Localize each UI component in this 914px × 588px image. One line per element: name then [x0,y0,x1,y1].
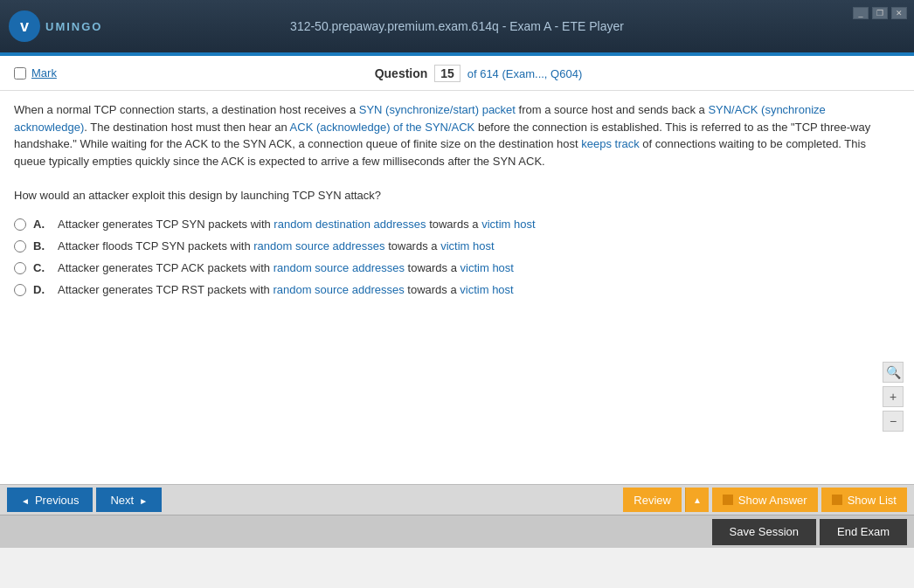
title-bar: _ ❐ ✕ v UMINGO 312-50.prepaway.premium.e… [0,0,914,52]
highlight-track: keeps track [581,137,639,150]
text-b: Attacker floods TCP SYN packets with ran… [58,239,495,252]
show-list-button[interactable]: Show List [821,488,907,512]
review-dropdown-icon [693,495,702,505]
review-button[interactable]: Review [623,488,682,512]
window-controls[interactable]: _ ❐ ✕ [853,7,907,19]
question-paragraph: When a normal TCP connection starts, a d… [14,101,900,204]
letter-b: B. [33,239,51,252]
show-answer-label: Show Answer [738,494,807,507]
option-a[interactable]: A. Attacker generates TCP SYN packets wi… [14,218,900,231]
question-num-box: 15 [434,65,460,82]
text-c: Attacker generates TCP ACK packets with … [58,261,514,274]
option-b[interactable]: B. Attacker floods TCP SYN packets with … [14,239,900,252]
show-answer-button[interactable]: Show Answer [712,488,818,512]
logo-circle: v [9,10,40,42]
question-label: Question [375,66,428,80]
option-d[interactable]: D. Attacker generates TCP RST packets wi… [14,283,900,296]
radio-b[interactable] [14,240,26,252]
next-icon [139,494,148,507]
zoom-in-button[interactable]: + [883,386,904,407]
restore-button[interactable]: ❐ [872,7,888,19]
next-label: Next [110,494,134,507]
review-dropdown-button[interactable] [685,488,709,512]
close-button[interactable]: ✕ [891,7,907,19]
mark-checkbox[interactable] [14,67,26,80]
mark-area[interactable]: Mark [14,66,57,80]
logo: v UMINGO [9,10,102,42]
end-exam-button[interactable]: End Exam [820,519,907,545]
mark-label[interactable]: Mark [31,66,57,80]
radio-d[interactable] [14,284,26,296]
minimize-button[interactable]: _ [853,7,869,19]
show-list-icon [832,495,842,505]
bottom-toolbar: Previous Next Review Show Answer Show Li… [0,484,914,515]
radio-c[interactable] [14,262,26,274]
previous-label: Previous [35,494,80,507]
answer-options: A. Attacker generates TCP SYN packets wi… [14,218,900,296]
question-number-display: Question 15 of 614 (Exam..., Q604) [57,66,900,80]
previous-button[interactable]: Previous [7,488,93,512]
zoom-controls[interactable]: 🔍 + − [883,362,904,432]
logo-v: v [20,17,29,36]
letter-d: D. [33,283,51,296]
letter-a: A. [33,218,51,231]
option-c[interactable]: C. Attacker generates TCP ACK packets wi… [14,261,900,274]
text-a: Attacker generates TCP SYN packets with … [58,218,536,231]
save-session-button[interactable]: Save Session [712,519,817,545]
main-content: Mark Question 15 of 614 (Exam..., Q604) … [0,56,914,484]
app-title: 312-50.prepaway.premium.exam.614q - Exam… [290,19,624,33]
letter-c: C. [33,261,51,274]
question-range: of 614 (Exam..., Q604) [467,67,583,80]
search-zoom-icon[interactable]: 🔍 [883,362,904,383]
question-header: Mark Question 15 of 614 (Exam..., Q604) [0,56,914,91]
bottom-action-bar: Save Session End Exam [0,515,914,548]
review-label: Review [634,494,671,507]
zoom-out-button[interactable]: − [883,411,904,432]
text-d: Attacker generates TCP RST packets with … [58,283,514,296]
highlight-ack: ACK (acknowledge) of the SYN/ACK [290,121,475,134]
show-answer-icon [723,495,733,505]
previous-icon [21,494,30,507]
highlight-syn: SYN (synchronize/start) packet [359,103,516,116]
question-body: When a normal TCP connection starts, a d… [0,91,914,484]
radio-a[interactable] [14,218,26,231]
show-list-label: Show List [848,494,897,507]
logo-text: UMINGO [45,20,102,33]
next-button[interactable]: Next [96,488,162,512]
